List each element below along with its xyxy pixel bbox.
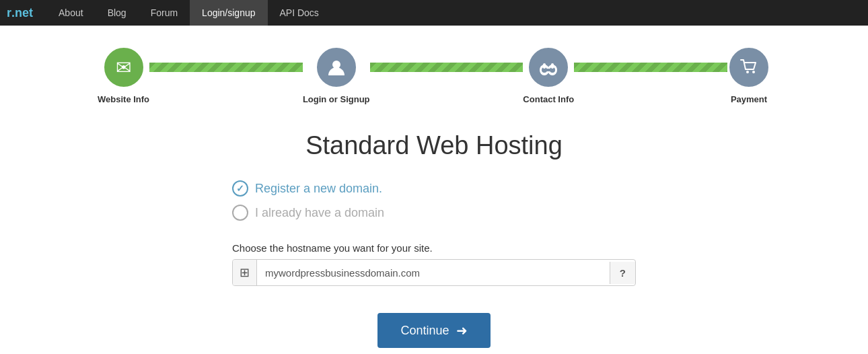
- hostname-input-row: ⊞ ?: [232, 259, 636, 286]
- radio-new-domain-label: Register a new domain.: [255, 182, 382, 196]
- nav-links: About Blog Forum Login/signup API Docs: [46, 0, 331, 26]
- step-connector-2: [370, 63, 523, 72]
- nav-about[interactable]: About: [46, 0, 96, 26]
- hostname-label: Choose the hostname you want for your si…: [232, 242, 636, 254]
- step-website-info[interactable]: ✉ Website Info: [98, 46, 149, 104]
- step-3-circle: [527, 46, 570, 89]
- step-connector-3: [574, 63, 727, 72]
- step-login-signup[interactable]: Login or Signup: [303, 46, 370, 104]
- radio-new-domain-icon: [232, 180, 248, 197]
- logo: r.net: [7, 6, 33, 20]
- nav-forum[interactable]: Forum: [139, 0, 190, 26]
- step-3-label: Contact Info: [523, 94, 574, 104]
- radio-new-domain[interactable]: Register a new domain.: [232, 180, 636, 197]
- step-4-circle: [727, 46, 770, 89]
- arrow-right-icon: ➜: [456, 322, 468, 339]
- continue-label: Continue: [400, 324, 449, 338]
- step-payment[interactable]: Payment: [727, 46, 770, 104]
- cart-icon: [739, 57, 759, 77]
- svg-rect-7: [551, 63, 554, 69]
- hostname-grid-icon: ⊞: [233, 260, 257, 285]
- step-connector-1: [149, 63, 303, 72]
- navbar: r.net About Blog Forum Login/signup API …: [0, 0, 868, 26]
- svg-point-9: [752, 71, 755, 73]
- logo-letter: r: [7, 6, 11, 20]
- radio-group: Register a new domain. I already have a …: [232, 180, 636, 229]
- step-4-label: Payment: [731, 94, 767, 104]
- nav-blog[interactable]: Blog: [96, 0, 139, 26]
- hostname-input[interactable]: [257, 262, 610, 284]
- person-icon: [326, 57, 347, 78]
- step-1-circle: ✉: [102, 46, 145, 89]
- page-title: Standard Web Hosting: [305, 131, 563, 160]
- stepper-container: ✉ Website Info Login or Signup: [0, 26, 868, 111]
- logo-suffix: .net: [11, 6, 33, 20]
- svg-rect-6: [543, 63, 546, 69]
- step-2-label: Login or Signup: [303, 94, 370, 104]
- nav-login[interactable]: Login/signup: [190, 0, 267, 26]
- main-content: Standard Web Hosting Register a new doma…: [0, 111, 868, 354]
- svg-point-8: [746, 71, 749, 73]
- nav-api-docs[interactable]: API Docs: [268, 0, 331, 26]
- stepper: ✉ Website Info Login or Signup: [98, 46, 770, 104]
- radio-existing-domain-label: I already have a domain: [255, 206, 384, 220]
- radio-existing-domain-icon: [232, 205, 248, 221]
- binoculars-icon: [538, 57, 559, 78]
- step-2-circle: [315, 46, 358, 89]
- hostname-help-button[interactable]: ?: [610, 262, 635, 284]
- continue-button[interactable]: Continue ➜: [377, 313, 490, 348]
- step-contact-info[interactable]: Contact Info: [523, 46, 574, 104]
- step-1-label: Website Info: [98, 94, 149, 104]
- radio-existing-domain[interactable]: I already have a domain: [232, 205, 636, 221]
- hostname-section: Choose the hostname you want for your si…: [232, 242, 636, 286]
